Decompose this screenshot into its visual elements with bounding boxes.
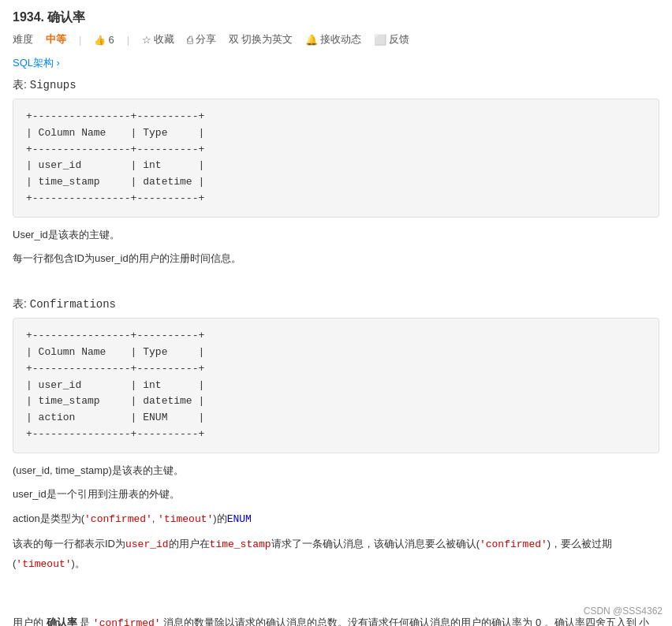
- confirmations-desc-4: 该表的每一行都表示ID为user_id的用户在time_stamp请求了一条确认…: [13, 535, 659, 575]
- user-id-ref-1: user_id: [125, 538, 169, 550]
- timeout-value-1: 'timeout': [158, 513, 213, 525]
- share-icon: ⎙: [187, 34, 193, 46]
- confirmed-value-2: 'confirmed': [480, 538, 547, 550]
- collect-button[interactable]: 收藏: [142, 32, 174, 47]
- confirmations-table-name: Confirmations: [30, 298, 116, 311]
- subscribe-label: 接收动态: [320, 32, 361, 47]
- signups-desc-2: 每一行都包含ID为user_id的用户的注册时间信息。: [13, 249, 659, 269]
- translate-icon: 双: [229, 32, 239, 47]
- like-button[interactable]: 6: [94, 34, 114, 46]
- translate-label: 切换为英文: [241, 32, 293, 47]
- csdn-watermark: CSDN @SSS4362: [584, 606, 663, 617]
- star-icon: [142, 34, 151, 46]
- confirmed-value-3: 'confirmed': [93, 617, 161, 626]
- difficulty-label: 难度: [13, 32, 33, 47]
- timeout-value-2: 'timeout': [16, 558, 71, 570]
- separator-2: |: [127, 34, 129, 46]
- subscribe-button[interactable]: 🔔 接收动态: [305, 32, 361, 47]
- thumb-icon: [94, 34, 106, 46]
- signups-table-label: 表: Signups: [13, 78, 659, 92]
- signups-table-name: Signups: [30, 79, 77, 91]
- feedback-icon: ⬜: [374, 34, 386, 46]
- confirmed-value-1: 'confirmed': [84, 513, 152, 525]
- confirmations-table-schema: +----------------+----------+ | Column N…: [13, 318, 659, 453]
- confirmations-desc-3: action是类型为('confirmed', 'timeout')的ENUM: [13, 509, 659, 530]
- enum-keyword: ENUM: [227, 513, 252, 525]
- like-count: 6: [108, 34, 114, 46]
- collect-label: 收藏: [154, 32, 174, 47]
- confirmations-desc-1: (user_id, time_stamp)是该表的主键。: [13, 461, 659, 481]
- share-label: 分享: [196, 32, 216, 47]
- bell-icon: 🔔: [305, 34, 318, 46]
- signups-desc-1: User_id是该表的主键。: [13, 225, 659, 245]
- separator-1: |: [79, 34, 81, 46]
- toolbar: 难度 中等 | 6 | 收藏 ⎙ 分享 双 切换为英文 🔔 接收动态 ⬜ 反馈: [13, 32, 659, 47]
- share-button[interactable]: ⎙ 分享: [187, 32, 216, 47]
- section-signups: 表: Signups +----------------+----------+…: [13, 78, 659, 269]
- breadcrumb[interactable]: SQL架构 ›: [13, 56, 659, 70]
- time-stamp-ref-1: time_stamp: [210, 538, 271, 550]
- feedback-label: 反馈: [389, 32, 409, 47]
- confirmations-desc-2: user_id是一个引用到注册表的外键。: [13, 485, 659, 505]
- difficulty-value: 中等: [46, 32, 66, 47]
- section-confirmations: 表: Confirmations +----------------+-----…: [13, 297, 659, 575]
- bottom-description: 用户的 确认率 是 'confirmed' 消息的数量除以请求的确认消息的总数。…: [13, 591, 659, 626]
- section-divider: [13, 285, 659, 297]
- confirmations-table-label: 表: Confirmations: [13, 297, 659, 311]
- translate-button[interactable]: 双 切换为英文: [229, 32, 293, 47]
- feedback-button[interactable]: ⬜ 反馈: [374, 32, 409, 47]
- page-title: 1934. 确认率: [13, 9, 659, 26]
- signups-table-schema: +----------------+----------+ | Column N…: [13, 99, 659, 218]
- confirmation-rate-bold: 确认率: [47, 617, 77, 626]
